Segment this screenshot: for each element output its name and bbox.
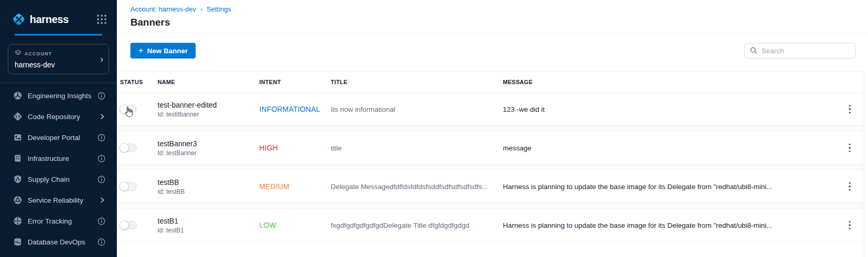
- new-banner-label: New Banner: [147, 47, 188, 55]
- banner-id: Id: testBanner: [158, 149, 259, 157]
- banner-status-toggle[interactable]: [120, 144, 137, 152]
- info-icon[interactable]: [98, 176, 105, 183]
- table-header-row: STATUSNAMEINTENTTITLEMESSAGE: [117, 72, 864, 92]
- banners-table: STATUSNAMEINTENTTITLEMESSAGE test-banner…: [117, 71, 864, 257]
- chevron-right-icon: [99, 197, 105, 203]
- sidebar-item-database-devops[interactable]: Database DevOps: [0, 231, 117, 252]
- sidebar-item-label: Error Tracking: [28, 217, 72, 225]
- account-layers-icon: [15, 49, 21, 59]
- info-icon[interactable]: [98, 92, 105, 100]
- account-label: ACCOUNT: [25, 51, 52, 56]
- banner-title: fxgdfgdfgdfgdfgdDelegate Title dfgfdgdfg…: [331, 221, 469, 229]
- sidebar-item-code-repository[interactable]: Code Repository: [0, 106, 117, 127]
- supply-chain-icon: [13, 174, 22, 184]
- banner-name: testBanner3: [158, 139, 259, 148]
- banner-intent: MEDIUM: [259, 182, 290, 191]
- info-icon[interactable]: [98, 155, 105, 162]
- sidebar-item-error-tracking[interactable]: Error Tracking: [0, 211, 117, 231]
- sidebar-item-label: Service Reliability: [28, 196, 83, 204]
- row-menu-kebab-icon[interactable]: [845, 141, 855, 156]
- chevron-right-icon[interactable]: [99, 113, 105, 120]
- main-content: Account: harness-dev › Settings Banners …: [117, 0, 868, 257]
- banner-title: Delegate Messagedfdffdsfdfdsfsddfsdfsdfs…: [331, 183, 488, 191]
- sidebar-item-engineering-insights[interactable]: Engineering Insights: [0, 85, 117, 106]
- info-icon[interactable]: [98, 217, 105, 225]
- banner-status-toggle[interactable]: [120, 221, 137, 229]
- table-row[interactable]: testB1 Id: testB1 LOW fxgdfgdfgdfgdfgdDe…: [117, 208, 864, 242]
- banner-status-toggle[interactable]: [120, 105, 137, 113]
- breadcrumb-account-link[interactable]: Account: harness-dev: [130, 5, 196, 13]
- database-devops-icon: [13, 237, 22, 247]
- module-grid-icon[interactable]: [97, 15, 106, 24]
- banner-status-toggle[interactable]: [120, 182, 137, 191]
- page-title: Banners: [130, 17, 855, 28]
- sidebar-header: harness: [0, 0, 117, 30]
- info-icon: [98, 238, 105, 246]
- sidebar: harness ACCOUNT harness-dev › Engineerin…: [0, 0, 117, 257]
- harness-logo-icon[interactable]: [11, 12, 26, 27]
- table-row[interactable]: testBanner3 Id: testBanner HIGH title me…: [117, 131, 864, 165]
- app-root: harness ACCOUNT harness-dev › Engineerin…: [0, 0, 868, 257]
- table-row[interactable]: testBB Id: testBB MEDIUM Delegate Messag…: [117, 170, 864, 203]
- banner-message: Harness is planning to update the base i…: [503, 221, 773, 229]
- row-menu-kebab-icon[interactable]: [845, 102, 855, 117]
- banner-title: title: [331, 144, 342, 152]
- info-icon[interactable]: [98, 238, 105, 246]
- new-banner-button[interactable]: + New Banner: [130, 43, 196, 59]
- sidebar-item-label: Database DevOps: [28, 238, 85, 246]
- banner-message: Harness is planning to update the base i…: [503, 183, 773, 191]
- account-selector[interactable]: ACCOUNT harness-dev ›: [8, 44, 109, 74]
- banner-id: Id: testBB: [158, 188, 259, 195]
- sidebar-item-label: Supply Chain: [28, 176, 69, 183]
- plus-icon: +: [138, 46, 143, 55]
- banner-id: Id: testitbanner: [158, 111, 259, 118]
- breadcrumb-settings-link[interactable]: Settings: [207, 5, 231, 13]
- banner-name: testBB: [158, 178, 259, 186]
- info-icon: [98, 217, 105, 225]
- sidebar-item-artifact-registry[interactable]: Artifact Registry: [0, 252, 117, 257]
- banner-intent: INFORMATIONAL: [259, 105, 320, 113]
- chevron-right-icon[interactable]: [99, 197, 105, 203]
- sidebar-item-supply-chain[interactable]: Supply Chain: [0, 169, 117, 190]
- breadcrumb: Account: harness-dev › Settings: [130, 5, 855, 13]
- search-input[interactable]: [744, 43, 855, 59]
- infrastructure-icon: [13, 154, 22, 163]
- banner-id: Id: testB1: [158, 227, 259, 234]
- row-menu-kebab-icon[interactable]: [845, 218, 855, 233]
- chevron-right-icon: [99, 113, 105, 120]
- engineering-insights-icon: [13, 91, 22, 100]
- table-body: test-banner-edited Id: testitbanner INFO…: [117, 92, 864, 242]
- search-icon: [750, 46, 757, 56]
- search-box: [744, 43, 855, 59]
- banner-message: message: [503, 144, 532, 152]
- sidebar-item-label: Engineering Insights: [28, 92, 91, 100]
- info-icon: [98, 155, 105, 162]
- info-icon[interactable]: [98, 134, 105, 142]
- banner-name: testB1: [158, 217, 259, 225]
- column-header-name: NAME: [158, 79, 259, 85]
- code-repository-icon: [13, 112, 22, 121]
- module-nav: Engineering Insights Code Repository Dev…: [0, 83, 117, 257]
- info-icon: [98, 92, 105, 100]
- account-name: harness-dev: [15, 61, 95, 69]
- sidebar-item-developer-portal[interactable]: Developer Portal: [0, 127, 117, 148]
- developer-portal-icon: [13, 133, 22, 142]
- sidebar-item-service-reliability[interactable]: Service Reliability: [0, 190, 117, 211]
- account-chevron-right-icon: ›: [100, 54, 103, 64]
- info-icon: [98, 176, 105, 183]
- toggle-knob: [119, 104, 129, 114]
- column-header-intent: INTENT: [259, 79, 331, 85]
- sidebar-item-infrastructure[interactable]: Infrastructure: [0, 148, 117, 169]
- error-tracking-icon: [13, 216, 22, 226]
- info-icon: [98, 134, 105, 142]
- column-header-message: MESSAGE: [503, 79, 836, 85]
- banner-intent: LOW: [259, 221, 276, 229]
- sidebar-item-label: Infrastructure: [28, 155, 69, 162]
- banner-name: test-banner-edited: [158, 101, 259, 109]
- toggle-knob: [119, 182, 129, 191]
- banner-title: Its now informational: [331, 106, 395, 113]
- toggle-knob: [119, 143, 129, 153]
- table-row[interactable]: test-banner-edited Id: testitbanner INFO…: [117, 92, 864, 126]
- banner-message: 123 -we did it: [503, 106, 545, 113]
- row-menu-kebab-icon[interactable]: [845, 179, 855, 194]
